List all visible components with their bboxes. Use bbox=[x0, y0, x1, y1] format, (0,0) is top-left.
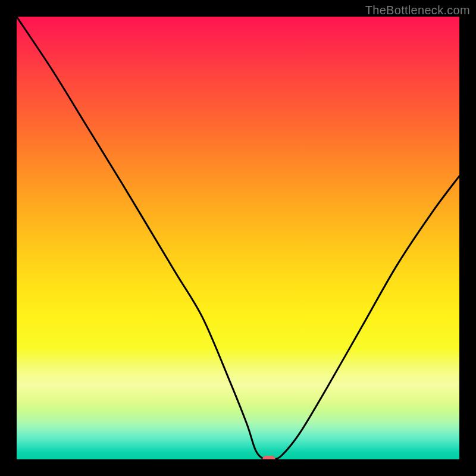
plot-area bbox=[17, 17, 459, 459]
bottleneck-curve bbox=[17, 17, 459, 459]
chart-frame: TheBottleneck.com bbox=[0, 0, 476, 476]
min-point-marker bbox=[262, 456, 275, 459]
watermark-text: TheBottleneck.com bbox=[365, 4, 470, 17]
